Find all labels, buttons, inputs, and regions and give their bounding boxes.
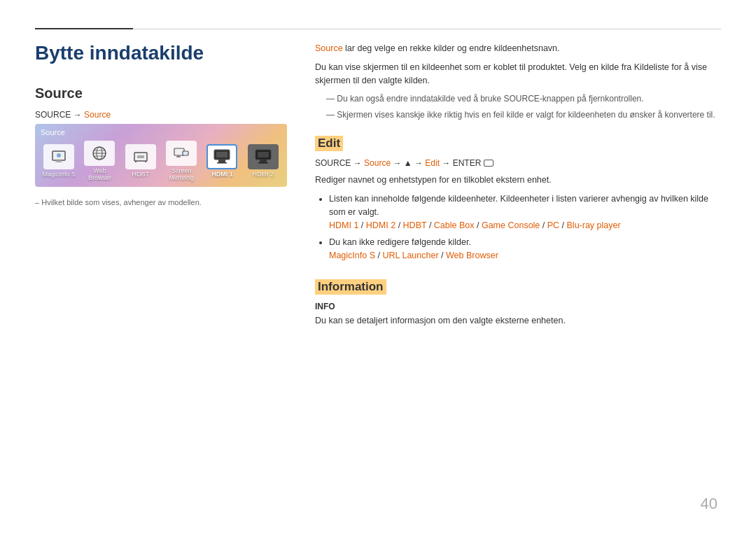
edit-bullet-list: Listen kan inneholde følgende kildeenhet…: [329, 192, 721, 262]
source-icon-magicinfo: [43, 144, 74, 169]
bullet-1-link-hdmi2[interactable]: HDMI 2: [366, 220, 396, 230]
bullet-2-link-magicinfo[interactable]: MagicInfo S: [329, 251, 375, 260]
top-rule-dark: [35, 28, 133, 29]
edit-nav-enter: ENTER: [453, 158, 482, 168]
svg-point-3: [57, 153, 61, 157]
bullet-item-1: Listen kan inneholde følgende kildeenhet…: [329, 192, 721, 232]
source-selector-box: Source MagicInfo S: [35, 124, 287, 187]
bullet-1-link-pc[interactable]: PC: [547, 220, 559, 230]
edit-nav-arrow2: →: [393, 158, 403, 168]
bullet-1-link-hdmi1[interactable]: HDMI 1: [329, 220, 358, 230]
main-content: Bytte inndatakilde Source SOURCE → Sourc…: [35, 42, 721, 506]
source-item-webbrowser[interactable]: Web Browser: [81, 141, 118, 181]
source-icon-hdmi1: [206, 144, 237, 169]
info-description: Du kan se detaljert informasjon om den v…: [315, 314, 721, 328]
source-item-hdmi2[interactable]: HDMI 2: [245, 144, 281, 178]
svg-rect-23: [260, 160, 267, 162]
left-column: Bytte inndatakilde Source SOURCE → Sourc…: [35, 42, 287, 506]
source-item-hdmi1[interactable]: HDMI 1: [204, 144, 240, 178]
edit-nav-arrow1: →: [354, 158, 364, 168]
info-section: Information INFO Du kan se detaljert inf…: [315, 268, 721, 328]
info-heading: Information: [315, 279, 386, 295]
source-nav-path: SOURCE → Source: [35, 110, 287, 120]
source-item-hdbt-label: HDBT: [132, 171, 150, 178]
edit-nav-arrow4: →: [442, 158, 452, 168]
info-label: INFO: [315, 302, 721, 311]
source-item-screenmirroring[interactable]: Screen Mirroring: [163, 141, 200, 181]
svg-rect-19: [218, 160, 225, 162]
edit-nav-source-link[interactable]: Source: [364, 158, 391, 168]
svg-rect-10: [137, 155, 144, 158]
bullet-1-link-gameconsole[interactable]: Game Console: [482, 220, 540, 230]
page-container: Bytte inndatakilde Source SOURCE → Sourc…: [0, 0, 756, 534]
source-icon-hdmi2: [248, 144, 279, 169]
svg-rect-1: [57, 160, 61, 162]
right-column: Source lar deg velge en rekke kilder og …: [308, 42, 721, 506]
source-icon-screenmirroring: [166, 141, 197, 166]
intro-text-1: Source lar deg velge en rekke kilder og …: [315, 42, 721, 55]
edit-nav-edit-link[interactable]: Edit: [425, 158, 440, 168]
source-item-hdbt[interactable]: HDBT: [122, 144, 159, 178]
dash-note-2: Skjermen vises kanskje ikke riktig hvis …: [326, 108, 721, 121]
source-item-hdmi1-label: HDMI 1: [211, 171, 233, 178]
source-item-magicinfo-label: MagicInfo S: [42, 171, 76, 178]
source-icon-webbrowser: [84, 141, 115, 166]
bullet-1-text: Listen kan inneholde følgende kildeenhet…: [329, 194, 708, 217]
bullet-item-2: Du kan ikke redigere følgende kilder. Ma…: [329, 236, 721, 262]
edit-nav-path: SOURCE → Source → ▲ → Edit → ENTER: [315, 158, 721, 168]
bullet-1-link-hdbt[interactable]: HDBT: [403, 220, 427, 230]
bullet-2-link-urllauncher[interactable]: URL Launcher: [382, 251, 438, 260]
edit-nav-up: ▲: [404, 158, 412, 168]
top-rule: [35, 28, 721, 29]
bullet-2-text: Du kan ikke redigere følgende kilder.: [329, 237, 471, 247]
page-title: Bytte inndatakilde: [35, 42, 287, 64]
intro-rest: lar deg velge en rekke kilder og endre k…: [343, 43, 560, 53]
edit-nav-source-prefix: SOURCE: [315, 158, 351, 168]
bullet-1-link-cablebox[interactable]: Cable Box: [434, 220, 475, 230]
source-item-screenmirroring-label: Screen Mirroring: [163, 167, 200, 181]
svg-rect-24: [258, 162, 268, 164]
edit-nav-arrow3: →: [414, 158, 425, 168]
svg-rect-14: [183, 151, 188, 155]
svg-rect-20: [217, 162, 227, 164]
source-nav-arrow: →: [74, 110, 82, 120]
svg-rect-2: [55, 162, 62, 162]
intro-orange-source: Source: [315, 43, 343, 53]
dash-note-1: Du kan også endre inndatakilde ved å bru…: [326, 92, 721, 105]
top-rule-light: [133, 29, 721, 29]
source-item-magicinfo[interactable]: MagicInfo S: [41, 144, 77, 178]
source-item-hdmi2-label: HDMI 2: [253, 171, 274, 178]
intro-text-2: Du kan vise skjermen til en kildeenhet s…: [315, 61, 721, 87]
left-note: Hvilket bilde som vises, avhenger av mod…: [35, 198, 287, 206]
bullet-2-link-webbrowser[interactable]: Web Browser: [446, 251, 498, 260]
source-box-label: Source: [41, 128, 281, 136]
page-number: 40: [701, 495, 718, 513]
svg-rect-22: [258, 152, 269, 157]
source-icons-row: MagicInfo S We: [41, 141, 281, 181]
bullet-1-link-bluray[interactable]: Blu-ray player: [567, 220, 621, 230]
edit-section: Edit SOURCE → Source → ▲ → Edit → ENTER …: [315, 125, 721, 262]
source-item-webbrowser-label: Web Browser: [81, 167, 118, 181]
edit-heading: Edit: [315, 136, 343, 151]
svg-rect-18: [216, 152, 227, 157]
source-nav-prefix: SOURCE: [35, 110, 71, 120]
source-section-title: Source: [35, 85, 287, 101]
source-icon-hdbt: [125, 144, 156, 169]
enter-icon: [484, 160, 493, 167]
source-nav-link[interactable]: Source: [84, 110, 111, 120]
edit-description: Rediger navnet og enhetstypen for en til…: [315, 174, 721, 187]
